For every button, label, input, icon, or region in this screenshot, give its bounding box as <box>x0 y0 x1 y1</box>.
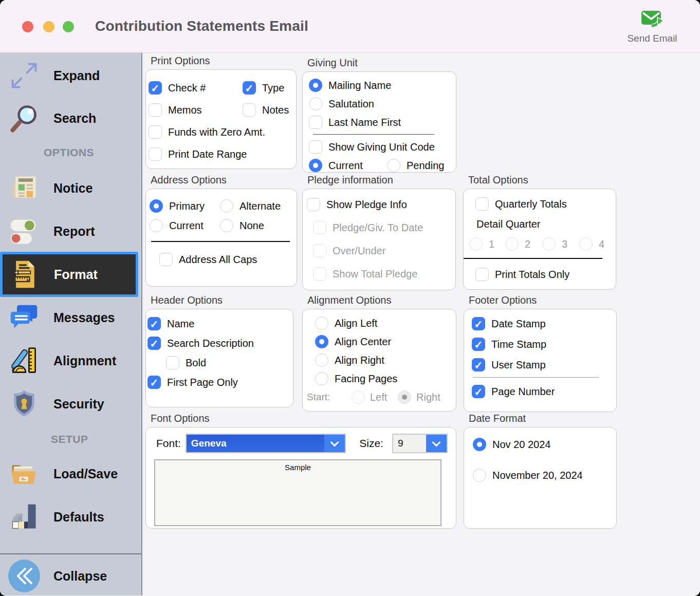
checkbox-print-date-range[interactable]: Print Date Range <box>149 145 292 163</box>
checkbox[interactable] <box>243 81 256 95</box>
sidebar-item-security[interactable]: Security <box>0 382 141 425</box>
checkbox-user-stamp[interactable]: User Stamp <box>472 356 610 374</box>
checkbox[interactable] <box>309 116 322 129</box>
radio[interactable] <box>315 353 328 367</box>
checkbox[interactable] <box>166 356 179 369</box>
radio-salutation[interactable]: Salutation <box>309 95 450 113</box>
sidebar-item-alignment[interactable]: Alignment <box>0 339 141 382</box>
radio-date-short[interactable]: Nov 20 2024 <box>473 436 610 453</box>
radio[interactable] <box>315 372 328 385</box>
separator <box>313 134 434 135</box>
checkbox[interactable] <box>309 140 322 154</box>
radio-facing-pages[interactable]: Facing Pages <box>315 370 452 387</box>
checkbox[interactable] <box>475 268 489 281</box>
radio[interactable] <box>220 199 233 213</box>
sidebar-item-search[interactable]: Search <box>0 97 141 140</box>
checkbox[interactable] <box>475 197 489 211</box>
radio-current-address[interactable]: Current <box>150 217 220 234</box>
checkbox-label: Print Date Range <box>168 148 247 160</box>
sidebar-item-format[interactable]: Format <box>0 252 138 297</box>
checkbox[interactable] <box>148 376 161 389</box>
checkbox[interactable] <box>472 338 485 351</box>
sidebar: Expand Search OPTIONS <box>0 53 142 595</box>
radio[interactable] <box>220 219 233 232</box>
checkbox[interactable] <box>472 317 485 330</box>
sidebar-item-notice[interactable]: Notice <box>0 166 141 210</box>
radio[interactable] <box>387 159 400 172</box>
checkbox-check-number[interactable]: Check # <box>149 79 243 97</box>
checkbox[interactable] <box>148 337 161 350</box>
minimize-window-button[interactable] <box>43 21 54 32</box>
chevron-down-icon[interactable] <box>324 435 345 452</box>
radio-label: Nov 20 2024 <box>492 439 550 451</box>
checkbox-quarterly-totals[interactable]: Quarterly Totals <box>475 195 610 213</box>
checkbox[interactable] <box>148 317 161 330</box>
font-dropdown[interactable]: Geneva <box>186 434 346 453</box>
radio-align-center[interactable]: Align Center <box>315 333 452 350</box>
radio[interactable] <box>150 219 163 232</box>
send-email-button[interactable]: Send Email <box>614 9 691 44</box>
checkbox[interactable] <box>149 81 162 95</box>
detail-quarter-label: Detail Quarter <box>476 215 610 233</box>
sidebar-item-collapse[interactable]: Collapse <box>0 554 141 596</box>
size-dropdown[interactable]: 9 <box>392 434 448 453</box>
checkbox[interactable] <box>472 385 485 398</box>
checkbox[interactable] <box>307 198 320 211</box>
checkbox-search-description[interactable]: Search Description <box>148 334 289 352</box>
checkbox[interactable] <box>149 103 162 117</box>
radio[interactable] <box>473 438 486 451</box>
radio <box>542 237 556 251</box>
chevron-down-icon[interactable] <box>426 435 447 452</box>
checkbox-address-all-caps[interactable]: Address All Caps <box>159 251 291 268</box>
total-options-box: Quarterly Totals Detail Quarter 1 2 <box>463 189 616 290</box>
radio[interactable] <box>309 79 322 92</box>
close-window-button[interactable] <box>22 21 33 32</box>
radio <box>398 390 411 404</box>
checkbox[interactable] <box>472 358 485 371</box>
sidebar-item-label: Report <box>53 224 95 239</box>
sidebar-item-report[interactable]: Report <box>0 210 141 253</box>
sidebar-item-expand[interactable]: Expand <box>0 54 141 97</box>
sidebar-item-defaults[interactable]: Defaults <box>0 495 141 538</box>
checkbox[interactable] <box>243 103 256 117</box>
radio[interactable] <box>150 199 163 213</box>
radio-current[interactable]: Current <box>309 157 387 174</box>
checkbox-page-number[interactable]: Page Number <box>472 383 610 400</box>
radio-alternate[interactable]: Alternate <box>220 197 291 215</box>
checkbox[interactable] <box>159 253 173 266</box>
radio[interactable] <box>309 159 322 172</box>
checkbox-memos[interactable]: Memos <box>149 101 243 119</box>
radio-none[interactable]: None <box>220 217 291 234</box>
radio-pending[interactable]: Pending <box>387 157 450 174</box>
checkbox <box>313 267 326 281</box>
sidebar-item-messages[interactable]: Messages <box>0 296 141 339</box>
checkbox-type[interactable]: Type <box>243 79 292 97</box>
radio[interactable] <box>315 316 328 330</box>
checkbox-date-stamp[interactable]: Date Stamp <box>472 315 610 332</box>
radio-align-left[interactable]: Align Left <box>315 314 452 332</box>
checkbox[interactable] <box>149 125 162 139</box>
checkbox-first-page-only[interactable]: First Page Only <box>148 374 289 391</box>
radio-primary[interactable]: Primary <box>150 197 220 215</box>
sidebar-item-label: Security <box>53 397 104 412</box>
checkbox-time-stamp[interactable]: Time Stamp <box>472 336 610 353</box>
checkbox-funds-with-zero-amt[interactable]: Funds with Zero Amt. <box>149 123 292 141</box>
checkbox-pledge-giv-to-date: Pledge/Giv. To Date <box>313 219 450 236</box>
radio[interactable] <box>473 469 486 482</box>
checkbox[interactable] <box>149 147 162 161</box>
checkbox-bold[interactable]: Bold <box>166 354 289 371</box>
radio-date-long[interactable]: November 20, 2024 <box>473 467 610 484</box>
radio-label: 1 <box>489 238 494 250</box>
checkbox-show-pledge-info[interactable]: Show Pledge Info <box>307 196 450 213</box>
radio[interactable] <box>315 335 328 348</box>
checkbox-name[interactable]: Name <box>148 315 289 332</box>
radio-align-right[interactable]: Align Right <box>315 351 452 369</box>
checkbox-print-totals-only[interactable]: Print Totals Only <box>475 266 610 283</box>
checkbox-notes[interactable]: Notes <box>243 101 292 119</box>
checkbox-show-giving-unit-code[interactable]: Show Giving Unit Code <box>309 138 450 156</box>
radio[interactable] <box>309 97 322 110</box>
sidebar-item-load-save[interactable]: Load/Save <box>0 452 141 495</box>
zoom-window-button[interactable] <box>63 21 74 32</box>
checkbox-last-name-first[interactable]: Last Name First <box>309 114 450 131</box>
radio-mailing-name[interactable]: Mailing Name <box>309 77 450 94</box>
